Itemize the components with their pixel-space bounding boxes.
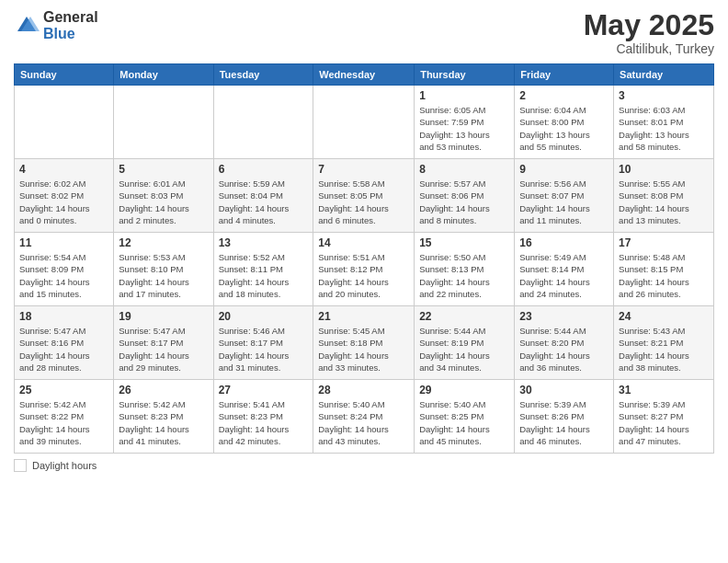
calendar-week-row: 11Sunrise: 5:54 AM Sunset: 8:09 PM Dayli… (15, 233, 714, 306)
day-info: Sunrise: 5:46 AM Sunset: 8:17 PM Dayligh… (219, 325, 309, 373)
calendar-header-cell: Sunday (15, 64, 114, 86)
day-info: Sunrise: 6:04 AM Sunset: 8:00 PM Dayligh… (519, 104, 609, 153)
day-number: 3 (619, 89, 709, 102)
calendar-day-cell: 1Sunrise: 6:05 AM Sunset: 7:59 PM Daylig… (415, 86, 515, 159)
logo-text: General Blue (43, 9, 98, 41)
calendar-day-cell (313, 86, 415, 159)
calendar-day-cell: 16Sunrise: 5:49 AM Sunset: 8:14 PM Dayli… (515, 233, 614, 306)
logo-icon (14, 13, 40, 39)
logo: General Blue (14, 9, 98, 41)
title-block: May 2025 Caltilibuk, Turkey (584, 9, 714, 56)
calendar-day-cell: 7Sunrise: 5:58 AM Sunset: 8:05 PM Daylig… (313, 159, 415, 233)
day-number: 12 (119, 236, 208, 249)
calendar-day-cell: 23Sunrise: 5:44 AM Sunset: 8:20 PM Dayli… (515, 306, 614, 380)
calendar-week-row: 4Sunrise: 6:02 AM Sunset: 8:02 PM Daylig… (15, 159, 714, 233)
day-info: Sunrise: 5:56 AM Sunset: 8:07 PM Dayligh… (519, 178, 609, 226)
calendar-day-cell: 22Sunrise: 5:44 AM Sunset: 8:19 PM Dayli… (415, 306, 515, 380)
day-info: Sunrise: 5:44 AM Sunset: 8:19 PM Dayligh… (419, 325, 509, 373)
day-info: Sunrise: 5:49 AM Sunset: 8:14 PM Dayligh… (519, 251, 609, 300)
calendar-week-row: 18Sunrise: 5:47 AM Sunset: 8:16 PM Dayli… (15, 306, 714, 380)
calendar-day-cell: 18Sunrise: 5:47 AM Sunset: 8:16 PM Dayli… (15, 306, 114, 380)
calendar-day-cell: 26Sunrise: 5:42 AM Sunset: 8:23 PM Dayli… (114, 380, 213, 454)
day-number: 13 (219, 236, 309, 249)
calendar-week-row: 1Sunrise: 6:05 AM Sunset: 7:59 PM Daylig… (15, 86, 714, 159)
calendar-day-cell: 27Sunrise: 5:41 AM Sunset: 8:23 PM Dayli… (213, 380, 313, 454)
day-info: Sunrise: 5:57 AM Sunset: 8:06 PM Dayligh… (419, 178, 509, 226)
day-info: Sunrise: 5:41 AM Sunset: 8:23 PM Dayligh… (219, 398, 309, 447)
header: General Blue May 2025 Caltilibuk, Turkey (14, 9, 714, 56)
title-month: May 2025 (584, 9, 714, 41)
day-info: Sunrise: 5:47 AM Sunset: 8:16 PM Dayligh… (19, 325, 108, 373)
day-info: Sunrise: 5:54 AM Sunset: 8:09 PM Dayligh… (19, 251, 108, 300)
day-number: 30 (519, 384, 609, 396)
day-number: 28 (318, 384, 409, 396)
day-number: 29 (419, 384, 509, 396)
calendar-day-cell: 21Sunrise: 5:45 AM Sunset: 8:18 PM Dayli… (313, 306, 415, 380)
calendar-day-cell: 3Sunrise: 6:03 AM Sunset: 8:01 PM Daylig… (614, 86, 714, 159)
day-info: Sunrise: 5:55 AM Sunset: 8:08 PM Dayligh… (619, 178, 709, 226)
day-info: Sunrise: 5:51 AM Sunset: 8:12 PM Dayligh… (318, 251, 409, 300)
day-number: 1 (419, 89, 509, 102)
calendar-day-cell: 28Sunrise: 5:40 AM Sunset: 8:24 PM Dayli… (313, 380, 415, 454)
day-number: 21 (318, 310, 409, 323)
calendar-day-cell: 10Sunrise: 5:55 AM Sunset: 8:08 PM Dayli… (614, 159, 714, 233)
day-number: 24 (619, 310, 709, 323)
calendar-header-cell: Tuesday (213, 64, 313, 86)
day-info: Sunrise: 5:59 AM Sunset: 8:04 PM Dayligh… (219, 178, 309, 226)
calendar-header-row: SundayMondayTuesdayWednesdayThursdayFrid… (15, 64, 714, 86)
daylight-label: Daylight hours (32, 460, 97, 471)
day-number: 15 (419, 236, 509, 249)
calendar-day-cell: 6Sunrise: 5:59 AM Sunset: 8:04 PM Daylig… (213, 159, 313, 233)
day-info: Sunrise: 5:43 AM Sunset: 8:21 PM Dayligh… (619, 325, 709, 373)
day-number: 8 (419, 163, 509, 176)
calendar-day-cell: 29Sunrise: 5:40 AM Sunset: 8:25 PM Dayli… (415, 380, 515, 454)
day-info: Sunrise: 5:40 AM Sunset: 8:24 PM Dayligh… (318, 398, 409, 447)
calendar-day-cell (213, 86, 313, 159)
calendar-day-cell: 2Sunrise: 6:04 AM Sunset: 8:00 PM Daylig… (515, 86, 614, 159)
day-number: 11 (19, 236, 108, 249)
day-info: Sunrise: 5:42 AM Sunset: 8:23 PM Dayligh… (119, 398, 208, 447)
day-number: 22 (419, 310, 509, 323)
calendar-day-cell (114, 86, 213, 159)
footer: Daylight hours (14, 459, 714, 472)
calendar-header-cell: Friday (515, 64, 614, 86)
day-number: 27 (219, 384, 309, 396)
day-info: Sunrise: 5:53 AM Sunset: 8:10 PM Dayligh… (119, 251, 208, 300)
logo-general: General (43, 9, 98, 26)
day-number: 7 (318, 163, 409, 176)
day-info: Sunrise: 5:45 AM Sunset: 8:18 PM Dayligh… (318, 325, 409, 373)
day-number: 18 (19, 310, 108, 323)
calendar-header-cell: Saturday (614, 64, 714, 86)
calendar-day-cell: 4Sunrise: 6:02 AM Sunset: 8:02 PM Daylig… (15, 159, 114, 233)
day-info: Sunrise: 5:39 AM Sunset: 8:27 PM Dayligh… (619, 398, 709, 447)
day-number: 6 (219, 163, 309, 176)
day-number: 4 (19, 163, 108, 176)
calendar-day-cell: 9Sunrise: 5:56 AM Sunset: 8:07 PM Daylig… (515, 159, 614, 233)
logo-blue: Blue (43, 26, 98, 42)
calendar-header-cell: Monday (114, 64, 213, 86)
calendar-day-cell: 31Sunrise: 5:39 AM Sunset: 8:27 PM Dayli… (614, 380, 714, 454)
calendar-day-cell: 5Sunrise: 6:01 AM Sunset: 8:03 PM Daylig… (114, 159, 213, 233)
day-info: Sunrise: 5:47 AM Sunset: 8:17 PM Dayligh… (119, 325, 208, 373)
day-info: Sunrise: 5:40 AM Sunset: 8:25 PM Dayligh… (419, 398, 509, 447)
day-info: Sunrise: 6:02 AM Sunset: 8:02 PM Dayligh… (19, 178, 108, 226)
calendar-header-cell: Wednesday (313, 64, 415, 86)
day-info: Sunrise: 5:39 AM Sunset: 8:26 PM Dayligh… (519, 398, 609, 447)
calendar-day-cell: 11Sunrise: 5:54 AM Sunset: 8:09 PM Dayli… (15, 233, 114, 306)
calendar-day-cell: 17Sunrise: 5:48 AM Sunset: 8:15 PM Dayli… (614, 233, 714, 306)
day-number: 19 (119, 310, 208, 323)
day-number: 26 (119, 384, 208, 396)
day-number: 9 (519, 163, 609, 176)
calendar-header-cell: Thursday (415, 64, 515, 86)
day-info: Sunrise: 5:48 AM Sunset: 8:15 PM Dayligh… (619, 251, 709, 300)
day-info: Sunrise: 5:52 AM Sunset: 8:11 PM Dayligh… (219, 251, 309, 300)
day-number: 16 (519, 236, 609, 249)
calendar-day-cell: 15Sunrise: 5:50 AM Sunset: 8:13 PM Dayli… (415, 233, 515, 306)
day-info: Sunrise: 5:58 AM Sunset: 8:05 PM Dayligh… (318, 178, 409, 226)
calendar-day-cell (15, 86, 114, 159)
day-info: Sunrise: 6:05 AM Sunset: 7:59 PM Dayligh… (419, 104, 509, 153)
day-number: 31 (619, 384, 709, 396)
day-number: 17 (619, 236, 709, 249)
calendar-day-cell: 19Sunrise: 5:47 AM Sunset: 8:17 PM Dayli… (114, 306, 213, 380)
day-info: Sunrise: 6:01 AM Sunset: 8:03 PM Dayligh… (119, 178, 208, 226)
